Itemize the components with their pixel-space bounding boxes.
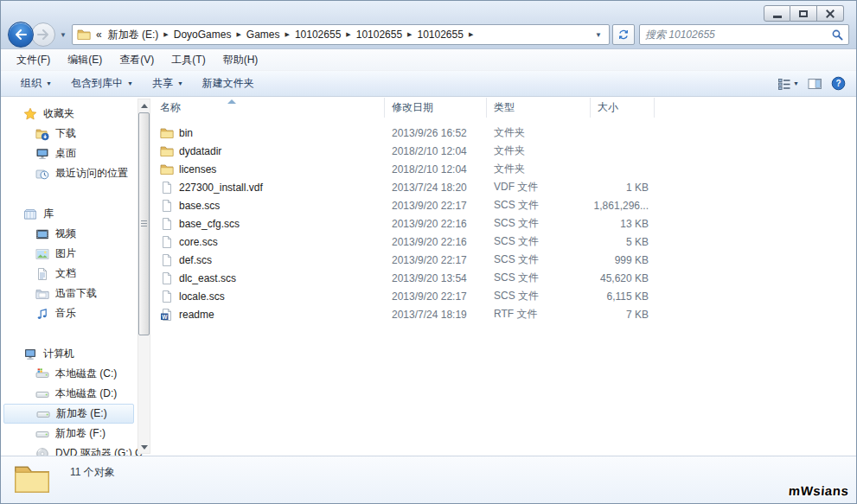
file-name-cell: core.scs xyxy=(153,235,385,249)
file-row[interactable]: licenses2018/2/10 12:04文件夹 xyxy=(153,160,856,178)
breadcrumb-item[interactable]: 10102655 xyxy=(354,29,405,41)
maximize-button[interactable] xyxy=(790,5,817,22)
search-input[interactable] xyxy=(645,29,832,41)
preview-pane-button[interactable] xyxy=(808,77,822,91)
sidebar-scrollbar[interactable] xyxy=(138,99,150,454)
sidebar-item[interactable]: 下载 xyxy=(3,124,153,144)
sidebar-item[interactable]: 本地磁盘 (C:) xyxy=(3,364,153,384)
file-type: VDF 文件 xyxy=(487,180,591,195)
breadcrumb-collapse-chevron[interactable]: « xyxy=(96,29,102,41)
breadcrumb-separator-icon[interactable]: ▶ xyxy=(283,31,292,38)
file-row[interactable]: bin2013/9/26 16:52文件夹 xyxy=(153,124,856,142)
sidebar-item[interactable]: 新加卷 (F:) xyxy=(3,424,153,443)
file-row[interactable]: dlc_east.scs2013/9/20 13:54SCS 文件45,620 … xyxy=(153,269,856,287)
toolbar-button-label: 组织 xyxy=(21,76,42,91)
breadcrumb-separator-icon[interactable]: ▶ xyxy=(161,31,170,38)
sidebar-item[interactable]: 新加卷 (E:) xyxy=(3,404,134,424)
column-header-label: 修改日期 xyxy=(392,100,433,115)
scroll-up-icon[interactable] xyxy=(138,99,150,112)
sidebar-item[interactable]: 文档 xyxy=(3,264,153,284)
rtf-icon: W xyxy=(160,308,174,322)
back-button[interactable] xyxy=(8,22,34,48)
menu-item[interactable]: 文件(F) xyxy=(8,50,59,70)
file-type: SCS 文件 xyxy=(487,271,591,285)
minimize-button[interactable] xyxy=(764,5,790,22)
breadcrumb-separator-icon[interactable]: ▶ xyxy=(343,31,353,38)
address-bar[interactable]: «新加卷 (E:)▶DoyoGames▶Games▶10102655▶10102… xyxy=(72,24,610,45)
sidebar-item-label: 视频 xyxy=(55,226,76,241)
sidebar-item[interactable]: 本地磁盘 (D:) xyxy=(3,384,153,404)
file-rows: bin2013/9/26 16:52文件夹dydatadir2018/2/10 … xyxy=(153,118,856,323)
toolbar-button[interactable]: 组织▼ xyxy=(11,73,61,94)
toolbar-button[interactable]: 包含到库中▼ xyxy=(61,73,143,94)
file-date: 2018/2/10 12:04 xyxy=(385,145,487,157)
tree-group: 库视频图片文档迅雷下载音乐 xyxy=(3,204,153,323)
file-name-cell: base_cfg.scs xyxy=(153,217,385,231)
column-header[interactable]: 修改日期 xyxy=(385,98,487,118)
breadcrumb-separator-icon[interactable]: ▶ xyxy=(405,31,414,38)
menu-item[interactable]: 编辑(E) xyxy=(59,50,111,70)
change-view-button[interactable]: ▼ xyxy=(777,77,799,91)
breadcrumb: «新加卷 (E:)▶DoyoGames▶Games▶10102655▶10102… xyxy=(91,28,592,42)
sidebar-item-label: 新加卷 (E:) xyxy=(56,406,107,421)
column-header[interactable]: 名称 xyxy=(153,98,385,118)
file-name: licenses xyxy=(179,163,216,175)
file-name: base_cfg.scs xyxy=(179,218,240,230)
address-folder-icon xyxy=(77,28,91,41)
breadcrumb-separator-icon[interactable]: ▶ xyxy=(233,31,243,38)
address-dropdown-icon[interactable]: ▼ xyxy=(592,31,604,39)
file-row[interactable]: locale.scs2013/9/20 22:17SCS 文件6,115 KB xyxy=(153,287,856,305)
sidebar-item[interactable]: 迅雷下载 xyxy=(3,284,153,303)
breadcrumb-item[interactable]: DoyoGames xyxy=(171,29,234,41)
scroll-down-icon[interactable] xyxy=(138,441,150,453)
file-row[interactable]: Wreadme2013/7/24 18:19RTF 文件7 KB xyxy=(153,305,856,323)
file-name-cell: base.scs xyxy=(153,199,385,213)
file-row[interactable]: 227300_install.vdf2013/7/24 18:20VDF 文件1… xyxy=(153,178,856,196)
breadcrumb-item[interactable]: Games xyxy=(244,29,283,41)
file-row[interactable]: core.scs2013/9/20 22:16SCS 文件5 KB xyxy=(153,233,856,251)
video-icon xyxy=(35,227,49,241)
sidebar-item[interactable]: 图片 xyxy=(3,244,153,264)
menu-item[interactable]: 查看(V) xyxy=(111,50,163,70)
breadcrumb-separator-icon[interactable]: ▶ xyxy=(466,31,476,38)
breadcrumb-item[interactable]: 10102655 xyxy=(292,29,343,41)
file-type: RTF 文件 xyxy=(487,307,591,322)
scrollbar-thumb[interactable] xyxy=(138,112,150,335)
breadcrumb-item[interactable]: 10102655 xyxy=(414,29,465,41)
search-icon[interactable] xyxy=(832,29,843,41)
file-row[interactable]: base_cfg.scs2013/9/20 22:16SCS 文件13 KB xyxy=(153,214,856,233)
column-header[interactable]: 大小 xyxy=(591,98,655,118)
recent-pages-dropdown[interactable]: ▼ xyxy=(57,31,69,39)
menu-item[interactable]: 工具(T) xyxy=(163,50,214,70)
sidebar-group-library[interactable]: 库 xyxy=(3,204,153,224)
file-row[interactable]: dydatadir2018/2/10 12:04文件夹 xyxy=(153,142,856,160)
file-date: 2013/9/26 16:52 xyxy=(385,127,487,139)
toolbar-button-label: 新建文件夹 xyxy=(202,76,254,91)
file-name-cell: dydatadir xyxy=(153,144,385,158)
sidebar-group-computer[interactable]: 计算机 xyxy=(3,344,153,364)
column-header-label: 类型 xyxy=(494,100,515,115)
file-type: SCS 文件 xyxy=(487,289,591,303)
help-button[interactable]: ? xyxy=(831,76,846,91)
chevron-down-icon: ▼ xyxy=(127,80,133,86)
sidebar-item[interactable]: 最近访问的位置 xyxy=(3,163,153,183)
sidebar-item[interactable]: DVD 驱动器 (G:) C xyxy=(3,443,153,456)
file-row[interactable]: base.scs2013/9/20 22:17SCS 文件1,861,296..… xyxy=(153,196,856,214)
breadcrumb-item[interactable]: 新加卷 (E:) xyxy=(106,28,162,42)
sidebar-group-star[interactable]: 收藏夹 xyxy=(3,104,153,124)
folder-icon xyxy=(160,144,174,158)
item-count-text: 11 个对象 xyxy=(70,465,115,480)
close-button[interactable] xyxy=(817,5,844,22)
sidebar-item[interactable]: 视频 xyxy=(3,224,153,244)
menu-item[interactable]: 帮助(H) xyxy=(214,50,267,70)
svg-text:W: W xyxy=(162,313,168,319)
refresh-button[interactable] xyxy=(612,24,635,45)
toolbar-button[interactable]: 共享▼ xyxy=(143,73,193,94)
sidebar-item[interactable]: 桌面 xyxy=(3,144,153,163)
sidebar-item[interactable]: 音乐 xyxy=(3,303,153,323)
toolbar-button[interactable]: 新建文件夹 xyxy=(193,73,264,94)
forward-button[interactable] xyxy=(31,22,55,47)
file-row[interactable]: def.scs2013/9/20 22:17SCS 文件999 KB xyxy=(153,251,856,269)
column-header[interactable]: 类型 xyxy=(487,98,591,118)
file-name-cell: dlc_east.scs xyxy=(153,271,385,285)
